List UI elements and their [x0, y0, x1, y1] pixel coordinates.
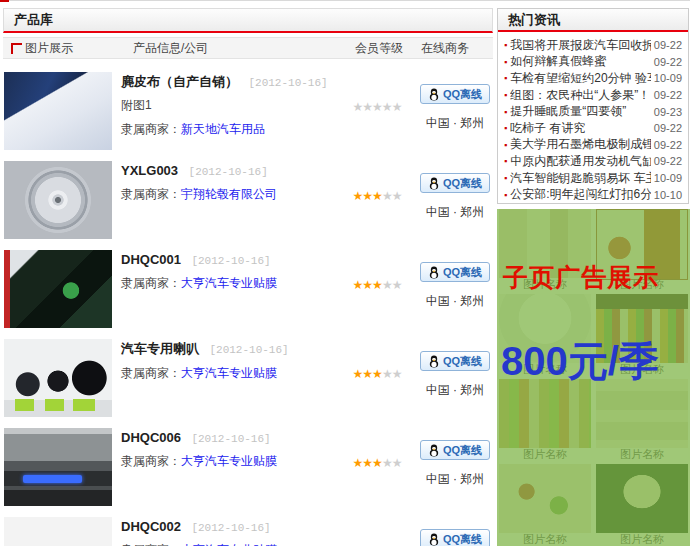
member-level-stars: ★★★★★ — [341, 189, 413, 203]
product-panel-title: 产品库 — [3, 8, 493, 33]
online-business-cell: QQ离线 中国 · 郑州 — [416, 238, 494, 310]
bullet-icon: ▪ — [504, 107, 507, 117]
qq-offline-label: QQ离线 — [443, 354, 482, 369]
product-photo[interactable] — [4, 339, 112, 417]
product-location: 中国 · 郑州 — [416, 204, 494, 221]
qq-penguin-icon — [428, 444, 440, 457]
qq-offline-button[interactable]: QQ离线 — [420, 440, 490, 460]
product-library-panel: 产品库 图片展示 产品信息/公司 会员等级 在线商务 麂皮布（自产自销） [20… — [3, 8, 493, 546]
table-row: DHQC006 [2012-10-16] 隶属商家：大亨汽车专业贴膜 ★★★★★… — [3, 416, 493, 504]
product-merchant-line: 隶属商家：大亨汽车专业贴膜 — [121, 542, 346, 546]
sidebar-ad-slot[interactable]: 图片名称 图片名称 图片名称 图片名称 图片名称 图片名称 图片名称 图片名称 … — [497, 209, 690, 546]
product-title-link[interactable]: DHQC001 — [121, 252, 181, 267]
qq-offline-label: QQ离线 — [443, 265, 482, 280]
online-business-cell: QQ离线 中国 · 郑州 — [416, 416, 494, 488]
merchant-label: 隶属商家： — [121, 122, 181, 136]
news-item[interactable]: ▪美大学用石墨烯电极制成锂电09-22 — [504, 137, 682, 154]
product-date: [2012-10-16] — [248, 77, 327, 89]
bullet-icon: ▪ — [504, 190, 507, 200]
bullet-icon: ▪ — [504, 40, 507, 50]
product-attachment[interactable]: 附图1 — [121, 97, 346, 114]
member-level-stars: ★★★★★ — [341, 367, 413, 381]
product-merchant-line: 隶属商家：宇翔轮毂有限公司 — [121, 186, 346, 203]
qq-offline-button[interactable]: QQ离线 — [420, 84, 490, 104]
news-item[interactable]: ▪汽车智能钥匙脆弱易坏 车主需10-09 — [504, 170, 682, 187]
product-location: 中国 · 郑州 — [416, 115, 494, 132]
member-level-stars: ★★★★★ — [341, 456, 413, 470]
news-date: 09-22 — [654, 139, 682, 151]
qq-offline-button[interactable]: QQ离线 — [420, 351, 490, 371]
merchant-link[interactable]: 宇翔轮毂有限公司 — [181, 187, 277, 201]
news-item[interactable]: ▪组图：农民种出“人参果”！09-22 — [504, 87, 682, 104]
product-photo[interactable] — [4, 250, 112, 328]
news-item[interactable]: ▪中原内配获通用发动机气缸套09-22 — [504, 153, 682, 170]
news-date: 09-22 — [654, 155, 682, 167]
news-date: 09-22 — [654, 39, 682, 51]
news-item[interactable]: ▪吃柿子 有讲究09-22 — [504, 120, 682, 137]
online-business-cell: QQ离线 中国 · 郑州 — [416, 505, 494, 546]
news-item[interactable]: ▪车检有望缩短约20分钟 验车将10-09 — [504, 70, 682, 87]
product-title-link[interactable]: YXLG003 — [121, 163, 178, 178]
col-header-info: 产品信息/公司 — [133, 38, 208, 58]
online-business-cell: QQ离线 中国 · 郑州 — [416, 60, 494, 132]
merchant-label: 隶属商家： — [121, 276, 181, 290]
merchant-label: 隶属商家： — [121, 366, 181, 380]
ad-slot-label: 子页广告展示 — [503, 261, 686, 294]
news-date: 10-09 — [654, 72, 682, 84]
product-photo[interactable] — [4, 161, 112, 239]
ad-price-label: 800元/季 — [501, 334, 688, 389]
bullet-icon: ▪ — [504, 156, 507, 166]
product-info: DHQC002 [2012-10-16] 隶属商家：大亨汽车专业贴膜 — [121, 517, 346, 546]
news-panel-title: 热门资讯 — [498, 9, 688, 32]
merchant-link[interactable]: 新天地汽车用品 — [181, 122, 265, 136]
bullet-icon: ▪ — [504, 173, 507, 183]
product-date: [2012-10-16] — [191, 255, 270, 267]
news-list: ▪我国将开展报废汽车回收拆解09-22 ▪如何辩解真假蜂蜜09-22 ▪车检有望… — [498, 32, 688, 203]
qq-offline-label: QQ离线 — [443, 532, 482, 546]
member-level-stars: ★★★★★ — [341, 100, 413, 114]
product-date: [2012-10-16] — [191, 522, 270, 534]
news-item[interactable]: ▪我国将开展报废汽车回收拆解09-22 — [504, 37, 682, 54]
merchant-link[interactable]: 大亨汽车专业贴膜 — [181, 454, 277, 468]
list-marker-icon — [11, 43, 22, 54]
qq-offline-label: QQ离线 — [443, 176, 482, 191]
product-title-link[interactable]: 汽车专用喇叭 — [121, 341, 199, 356]
merchant-link[interactable]: 大亨汽车专业贴膜 — [181, 366, 277, 380]
news-item[interactable]: ▪提升睡眠质量“四要领”09-23 — [504, 103, 682, 120]
product-location: 中国 · 郑州 — [416, 471, 494, 488]
product-title-link[interactable]: 麂皮布（自产自销） — [121, 74, 238, 89]
qq-offline-label: QQ离线 — [443, 443, 482, 458]
member-level-stars: ★★★★★ — [341, 278, 413, 292]
qq-offline-button[interactable]: QQ离线 — [420, 173, 490, 193]
product-photo[interactable] — [4, 72, 112, 150]
merchant-link[interactable]: 大亨汽车专业贴膜 — [181, 276, 277, 290]
qq-offline-button[interactable]: QQ离线 — [420, 529, 490, 546]
qq-offline-button[interactable]: QQ离线 — [420, 262, 490, 282]
news-item[interactable]: ▪如何辩解真假蜂蜜09-22 — [504, 54, 682, 71]
product-photo[interactable] — [4, 517, 112, 546]
news-date: 09-22 — [654, 56, 682, 68]
col-header-level: 会员等级 — [355, 38, 403, 58]
news-date: 10-09 — [654, 172, 682, 184]
product-info: DHQC006 [2012-10-16] 隶属商家：大亨汽车专业贴膜 — [121, 428, 346, 470]
table-row: 麂皮布（自产自销） [2012-10-16] 附图1 隶属商家：新天地汽车用品 … — [3, 60, 493, 148]
product-title-link[interactable]: DHQC006 — [121, 430, 181, 445]
qq-penguin-icon — [428, 355, 440, 368]
product-title-link[interactable]: DHQC002 — [121, 519, 181, 534]
table-row: 汽车专用喇叭 [2012-10-16] 隶属商家：大亨汽车专业贴膜 ★★★★★ … — [3, 327, 493, 415]
product-rows: 麂皮布（自产自销） [2012-10-16] 附图1 隶属商家：新天地汽车用品 … — [3, 60, 493, 546]
news-date: 09-23 — [654, 106, 682, 118]
qq-offline-label: QQ离线 — [443, 87, 482, 102]
merchant-label: 隶属商家： — [121, 454, 181, 468]
merchant-label: 隶属商家： — [121, 187, 181, 201]
news-date: 10-10 — [654, 189, 682, 201]
qq-penguin-icon — [428, 177, 440, 190]
table-row: DHQC002 [2012-10-16] 隶属商家：大亨汽车专业贴膜 ★★★★★… — [3, 505, 493, 546]
product-merchant-line: 隶属商家：大亨汽车专业贴膜 — [121, 275, 346, 292]
product-photo[interactable] — [4, 428, 112, 506]
news-item[interactable]: ▪公安部:明年起闯红灯扣6分 挡10-10 — [504, 186, 682, 203]
product-merchant-line: 隶属商家：大亨汽车专业贴膜 — [121, 453, 346, 470]
table-row: DHQC001 [2012-10-16] 隶属商家：大亨汽车专业贴膜 ★★★★★… — [3, 238, 493, 326]
table-row: YXLG003 [2012-10-16] 隶属商家：宇翔轮毂有限公司 ★★★★★… — [3, 149, 493, 237]
online-business-cell: QQ离线 中国 · 郑州 — [416, 149, 494, 221]
